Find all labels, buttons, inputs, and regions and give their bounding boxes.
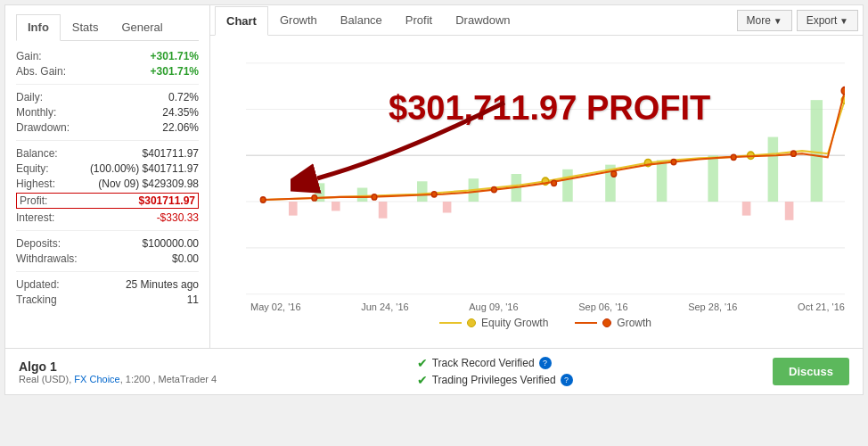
svg-point-38: [552, 180, 557, 186]
legend-equity-line: [439, 322, 462, 324]
verified2-label: Trading Privileges Verified: [432, 374, 556, 386]
tab-stats[interactable]: Stats: [61, 14, 111, 40]
x-label-3: Sep 06, '16: [578, 301, 627, 312]
export-button[interactable]: Export: [797, 10, 858, 31]
x-label-4: Sep 28, '16: [688, 301, 737, 312]
monthly-row: Monthly: 24.35%: [16, 106, 199, 119]
info-icon-1[interactable]: ?: [539, 357, 552, 369]
verified-trading: ✔ Trading Privileges Verified ?: [417, 373, 573, 387]
profit-row: Profit: $301711.97: [16, 193, 199, 209]
bottom-center: ✔ Track Record Verified ? ✔ Trading Priv…: [417, 356, 573, 387]
chart-svg: 600% 400% 200% 0% -200%: [246, 45, 845, 303]
right-tabs-extra: More Export: [737, 10, 858, 31]
svg-point-39: [611, 171, 617, 177]
svg-point-42: [791, 151, 797, 156]
updated-label: Updated:: [16, 278, 60, 291]
daily-label: Daily:: [16, 91, 43, 103]
monthly-value: 24.35%: [162, 106, 199, 119]
tab-balance[interactable]: Balance: [329, 5, 394, 35]
equity-row: Equity: (100.00%) $401711.97: [16, 162, 199, 175]
tracking-value: 11: [187, 293, 199, 306]
bottom-left: Algo 1 Real (USD), FX Choice, 1:200 , Me…: [19, 359, 217, 384]
tracking-label: Tracking: [16, 293, 57, 306]
withdrawals-label: Withdrawals:: [16, 252, 78, 265]
x-label-1: Jun 24, '16: [361, 301, 408, 312]
svg-point-43: [841, 87, 845, 95]
updated-value: 25 Minutes ago: [126, 278, 199, 291]
svg-rect-28: [785, 202, 794, 220]
drawdown-row: Drawdown: 22.06%: [16, 121, 199, 134]
drawdown-value: 22.06%: [162, 121, 199, 134]
x-label-5: Oct 21, '16: [798, 301, 845, 312]
profit-value: $301711.97: [139, 194, 195, 207]
check-icon-1: ✔: [417, 356, 428, 370]
legend-equity: Equity Growth: [439, 317, 548, 329]
info-icon-2[interactable]: ?: [561, 374, 573, 386]
abs-gain-label: Abs. Gain:: [16, 65, 66, 78]
left-panel: Info Stats General Gain: +301.71% Abs. G…: [5, 5, 210, 348]
abs-gain-value: +301.71%: [151, 65, 199, 78]
tab-info[interactable]: Info: [16, 14, 61, 41]
tab-general[interactable]: General: [110, 14, 174, 40]
account-details: Real (USD), FX Choice, 1:200 , MetaTrade…: [19, 374, 217, 384]
legend-growth-line: [575, 322, 597, 324]
drawdown-label: Drawdown:: [16, 121, 70, 134]
tab-chart[interactable]: Chart: [215, 6, 268, 36]
legend-equity-dot: [467, 318, 476, 327]
tab-profit[interactable]: Profit: [394, 5, 444, 35]
svg-rect-26: [443, 202, 452, 212]
gain-row: Gain: +301.71%: [16, 50, 199, 62]
bottom-bar: Algo 1 Real (USD), FX Choice, 1:200 , Me…: [5, 348, 863, 394]
svg-point-37: [492, 187, 497, 193]
equity-label: Equity:: [16, 162, 49, 175]
gain-label: Gain:: [16, 50, 42, 62]
monthly-label: Monthly:: [16, 106, 56, 119]
svg-point-35: [372, 194, 377, 200]
chart-area: $301,711.97 PROFIT: [210, 36, 863, 348]
legend-equity-label: Equity Growth: [481, 317, 548, 329]
profit-label: Profit:: [20, 194, 47, 207]
check-icon-2: ✔: [417, 373, 428, 387]
legend-growth: Growth: [575, 317, 651, 329]
svg-point-41: [731, 154, 736, 160]
updated-row: Updated: 25 Minutes ago: [16, 278, 199, 291]
deposits-label: Deposits:: [16, 237, 61, 250]
legend-growth-label: Growth: [617, 317, 651, 329]
deposits-value: $100000.00: [143, 237, 199, 250]
svg-rect-24: [332, 202, 340, 211]
svg-rect-17: [562, 169, 573, 202]
highest-row: Highest: (Nov 09) $429309.98: [16, 178, 199, 190]
highest-label: Highest:: [16, 178, 55, 190]
svg-rect-21: [768, 137, 779, 202]
interest-row: Interest: -$330.33: [16, 211, 199, 224]
main-container: Info Stats General Gain: +301.71% Abs. G…: [4, 4, 864, 395]
account-name: Algo 1: [19, 359, 217, 374]
svg-rect-22: [811, 100, 823, 202]
svg-rect-25: [379, 202, 388, 219]
svg-rect-20: [708, 155, 718, 202]
svg-rect-23: [289, 202, 298, 216]
withdrawals-row: Withdrawals: $0.00: [16, 252, 199, 265]
balance-label: Balance:: [16, 147, 58, 160]
discuss-button[interactable]: Discuss: [773, 358, 849, 385]
svg-rect-19: [657, 160, 667, 202]
more-button[interactable]: More: [737, 10, 792, 31]
tab-drawdown[interactable]: Drawdown: [444, 5, 521, 35]
svg-rect-27: [742, 202, 751, 216]
svg-point-36: [431, 192, 437, 197]
tab-growth[interactable]: Growth: [268, 5, 329, 35]
verified-track-record: ✔ Track Record Verified ?: [417, 356, 573, 370]
verified1-label: Track Record Verified: [432, 357, 535, 369]
chart-legend: Equity Growth Growth: [246, 312, 845, 334]
svg-point-33: [260, 197, 266, 202]
svg-rect-14: [417, 181, 428, 202]
tracking-row: Tracking 11: [16, 293, 199, 306]
highest-value: (Nov 09) $429309.98: [98, 178, 199, 190]
legend-growth-dot: [602, 318, 611, 327]
left-tabs: Info Stats General: [16, 14, 199, 41]
balance-value: $401711.97: [143, 147, 199, 160]
interest-value: -$330.33: [157, 211, 199, 224]
withdrawals-value: $0.00: [172, 252, 199, 265]
daily-value: 0.72%: [168, 91, 199, 103]
fx-choice-link[interactable]: FX Choice: [74, 374, 119, 384]
